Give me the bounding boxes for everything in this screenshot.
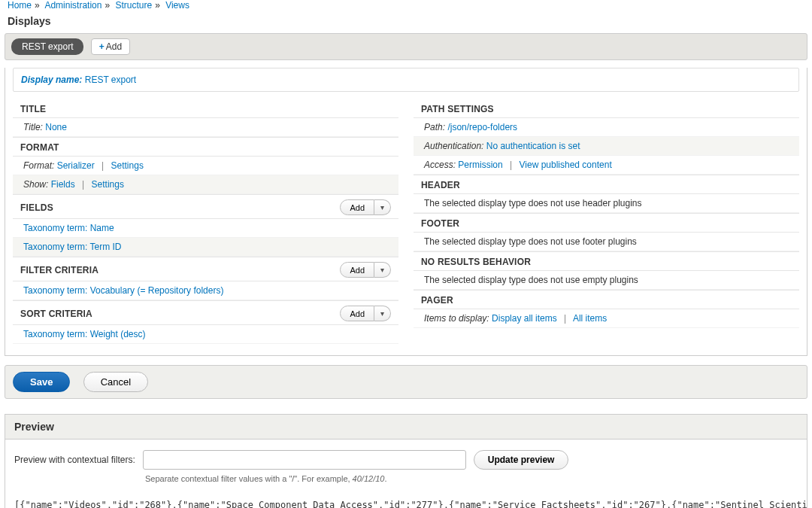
format-value[interactable]: Serializer <box>57 160 95 171</box>
pager-row: Items to display: Display all items | Al… <box>414 309 799 328</box>
add-display-button[interactable]: +Add <box>91 38 130 55</box>
section-filter: FILTER CRITERIA Add <box>13 257 398 281</box>
display-name-value[interactable]: REST export <box>85 75 136 85</box>
show-value[interactable]: Fields <box>51 179 75 190</box>
noresults-text: The selected display type does not use e… <box>414 271 799 290</box>
cancel-button[interactable]: Cancel <box>83 372 148 392</box>
pager-value[interactable]: Display all items <box>492 313 557 324</box>
format-row: Format: Serializer | Settings <box>13 157 398 175</box>
display-name-row: Display name: REST export <box>13 68 799 92</box>
field-link[interactable]: Taxonomy term: Name <box>23 223 114 233</box>
show-row: Show: Fields | Settings <box>13 175 398 194</box>
section-noresults: NO RESULTS BEHAVIOR <box>414 251 799 271</box>
section-sort: SORT CRITERIA Add <box>13 300 398 325</box>
sort-item: Taxonomy term: Weight (desc) <box>13 325 398 344</box>
display-name-label[interactable]: Display name: <box>21 75 82 85</box>
sort-link[interactable]: Taxonomy term: Weight (desc) <box>23 329 146 339</box>
title-label: Title: <box>23 122 43 132</box>
path-row: Path: /json/repo-folders <box>414 118 799 137</box>
field-item: Taxonomy term: Term ID <box>13 238 398 257</box>
fields-add-button[interactable]: Add <box>340 199 374 215</box>
save-button[interactable]: Save <box>13 372 70 392</box>
section-header-plugins: HEADER <box>414 175 799 194</box>
breadcrumb-views[interactable]: Views <box>165 0 189 11</box>
preview-heading: Preview <box>5 415 807 440</box>
path-label: Path: <box>424 122 445 132</box>
title-row: Title: None <box>13 118 398 137</box>
header-text: The selected display type does not use h… <box>414 194 799 213</box>
access-label: Access: <box>424 160 456 170</box>
plus-icon: + <box>99 41 105 52</box>
filter-dropdown[interactable] <box>374 262 391 278</box>
left-column: TITLE Title: None FORMAT Format: Seriali… <box>5 99 406 344</box>
section-format: FORMAT <box>13 137 398 157</box>
filter-link[interactable]: Taxonomy term: Vocabulary (= Repository … <box>23 285 223 296</box>
section-path: PATH SETTINGS <box>414 99 799 118</box>
auth-row: Authentication: No authentication is set <box>414 137 799 156</box>
breadcrumb-admin[interactable]: Administration <box>44 0 102 11</box>
preview-hint: Separate contextual filter values with a… <box>14 470 798 483</box>
section-footer-plugins: FOOTER <box>414 213 799 233</box>
pager-extra[interactable]: All items <box>573 313 607 324</box>
path-value[interactable]: /json/repo-folders <box>447 122 517 132</box>
filter-add-button[interactable]: Add <box>340 262 374 278</box>
access-value[interactable]: Permission <box>458 160 502 170</box>
action-bar: Save Cancel <box>5 365 807 399</box>
auth-value[interactable]: No authentication is set <box>486 141 580 151</box>
filter-item: Taxonomy term: Vocabulary (= Repository … <box>13 281 398 300</box>
section-title: TITLE <box>13 99 398 118</box>
config-panel: Display name: REST export TITLE Title: N… <box>5 68 807 356</box>
pager-label: Items to display: <box>424 313 489 324</box>
fields-dropdown[interactable] <box>374 199 391 215</box>
auth-label: Authentication: <box>424 141 483 151</box>
show-label: Show: <box>23 179 48 190</box>
preview-input[interactable] <box>143 450 466 470</box>
sort-add-button[interactable]: Add <box>340 306 374 321</box>
displays-bar: REST export +Add <box>5 33 807 60</box>
footer-text: The selected display type does not use f… <box>414 233 799 251</box>
field-item: Taxonomy term: Name <box>13 219 398 238</box>
json-output: [{"name":"Videos","id":"268"},{"name":"S… <box>5 489 807 508</box>
breadcrumb-structure[interactable]: Structure <box>115 0 152 11</box>
right-column: PATH SETTINGS Path: /json/repo-folders A… <box>406 99 807 344</box>
access-row: Access: Permission | View published cont… <box>414 156 799 175</box>
sort-dropdown[interactable] <box>374 306 391 321</box>
section-pager: PAGER <box>414 290 799 309</box>
update-preview-button[interactable]: Update preview <box>474 450 569 470</box>
format-label: Format: <box>23 160 54 171</box>
access-extra[interactable]: View published content <box>520 160 612 170</box>
breadcrumb: Home» Administration» Structure» Views <box>0 0 812 15</box>
format-settings[interactable]: Settings <box>111 160 144 171</box>
show-settings[interactable]: Settings <box>92 179 124 190</box>
breadcrumb-home[interactable]: Home <box>8 0 32 11</box>
displays-heading: Displays <box>0 15 812 33</box>
section-fields: FIELDS Add <box>13 194 398 219</box>
preview-label: Preview with contextual filters: <box>14 455 135 465</box>
preview-box: Preview Preview with contextual filters:… <box>5 414 807 508</box>
tab-rest-export[interactable]: REST export <box>11 38 83 55</box>
title-value[interactable]: None <box>45 122 67 132</box>
field-link[interactable]: Taxonomy term: Term ID <box>23 242 121 252</box>
